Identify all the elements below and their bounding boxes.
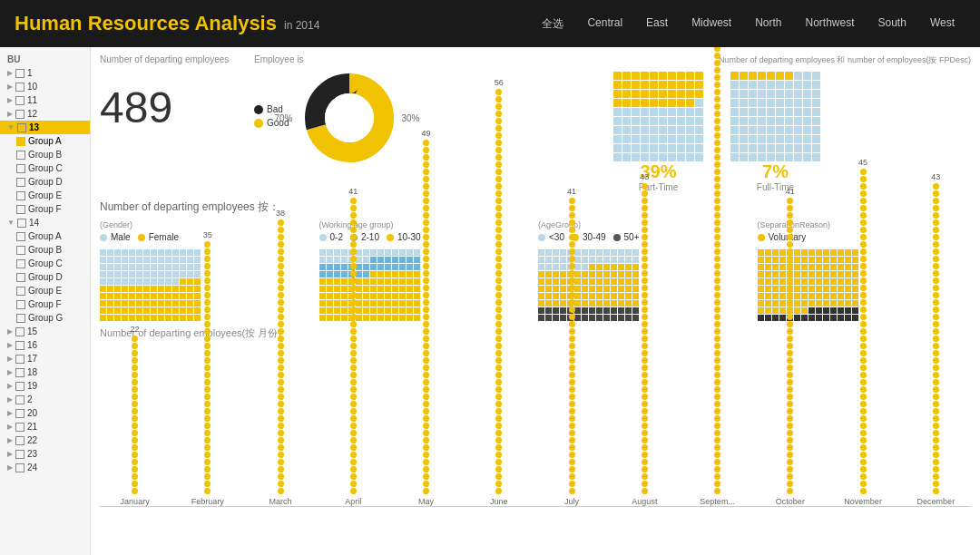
checkbox-13-gf[interactable] — [16, 205, 25, 214]
donut-chart: 70% 30% — [299, 68, 399, 168]
sidebar-item-14-ge[interactable]: Group E — [0, 284, 90, 297]
checkbox-20[interactable] — [15, 409, 24, 418]
checkbox-1[interactable] — [15, 69, 24, 78]
checkbox-17[interactable] — [15, 355, 24, 364]
sidebar-item-13-gc[interactable]: Group C — [0, 161, 90, 175]
main-content: BU ▶1▶10▶11▶12▼13Group AGroup BGroup CGr… — [0, 47, 980, 555]
sidebar-item-14-gd[interactable]: Group D — [0, 270, 90, 284]
sidebar-item-13-gb[interactable]: Group B — [0, 148, 90, 161]
checkbox-13-ge[interactable] — [16, 191, 25, 200]
sidebar-item-24[interactable]: ▶24 — [0, 461, 90, 474]
checkbox-14-gg[interactable] — [16, 314, 25, 323]
sidebar-item-11[interactable]: ▶11 — [0, 93, 90, 107]
sidebar-item-14[interactable]: ▼14 — [0, 216, 90, 229]
month-col-April: 41April — [318, 187, 388, 506]
nav-northwest[interactable]: Northwest — [794, 11, 865, 37]
checkbox-16[interactable] — [15, 341, 24, 350]
sidebar-item-13-gf[interactable]: Group F — [0, 202, 90, 216]
sidebar-item-1[interactable]: ▶1 — [0, 66, 90, 80]
checkbox-14[interactable] — [17, 219, 26, 228]
sidebar-item-14-gf[interactable]: Group F — [0, 297, 90, 311]
nav-west[interactable]: West — [919, 11, 965, 37]
departing-label: Number of departing employees — [100, 54, 245, 64]
sidebar-item-21[interactable]: ▶21 — [0, 420, 90, 433]
sidebar-item-19[interactable]: ▶19 — [0, 379, 90, 393]
checkbox-18[interactable] — [15, 368, 24, 377]
nav-all[interactable]: 全选 — [531, 11, 574, 37]
main-area: Number of departing employees 489 Employ… — [91, 47, 980, 555]
month-col-March: 38March — [246, 209, 316, 506]
header: Human Resources Analysis in 2014 全选 Cent… — [0, 0, 980, 47]
checkbox-11[interactable] — [15, 96, 24, 105]
male-dot — [100, 234, 107, 241]
female-dot — [138, 234, 145, 241]
sidebar-item-10[interactable]: ▶10 — [0, 80, 90, 93]
month-col-June: 56June — [464, 78, 534, 506]
nav-south[interactable]: South — [867, 11, 917, 37]
bu-label: BU — [0, 51, 90, 66]
checkbox-14-ge[interactable] — [16, 287, 25, 296]
sidebar-item-23[interactable]: ▶23 — [0, 447, 90, 461]
nav-north[interactable]: North — [744, 11, 792, 37]
sidebar-item-14-gb[interactable]: Group B — [0, 243, 90, 257]
checkbox-14-gc[interactable] — [16, 259, 25, 268]
checkbox-23[interactable] — [15, 450, 24, 459]
checkbox-19[interactable] — [15, 382, 24, 391]
month-col-January: 22January — [100, 325, 170, 506]
nav-central[interactable]: Central — [576, 11, 633, 37]
monthly-dot-chart: 22January35February38March41April49May56… — [100, 344, 971, 507]
month-col-October: 41October — [755, 187, 825, 506]
sidebar-item-13[interactable]: ▼13 — [0, 121, 90, 134]
checkbox-10[interactable] — [15, 83, 24, 92]
month-col-Septem...: 70Septem... — [682, 47, 752, 506]
sidebar-item-13-ge[interactable]: Group E — [0, 189, 90, 202]
month-col-July: 41July — [537, 187, 607, 506]
nav-east[interactable]: East — [635, 11, 679, 37]
month-col-February: 35February — [172, 230, 242, 506]
checkbox-14-gd[interactable] — [16, 273, 25, 282]
sidebar-item-14-gc[interactable]: Group C — [0, 257, 90, 270]
checkbox-13-gb[interactable] — [16, 151, 25, 160]
checkbox-24[interactable] — [15, 463, 24, 472]
month-col-November: 45November — [828, 158, 898, 506]
sidebar-item-14-ga[interactable]: Group A — [0, 229, 90, 243]
sidebar-item-12[interactable]: ▶12 — [0, 107, 90, 121]
sidebar-item-18[interactable]: ▶18 — [0, 365, 90, 379]
bad-dot — [254, 105, 263, 114]
sidebar-item-17[interactable]: ▶17 — [0, 352, 90, 365]
checkbox-13[interactable] — [17, 123, 26, 132]
checkbox-13-gc[interactable] — [16, 164, 25, 173]
departing-count-panel: Number of departing employees 489 — [100, 54, 245, 192]
checkbox-14-gf[interactable] — [16, 300, 25, 309]
departing-count: 489 — [100, 68, 245, 132]
sidebar-item-16[interactable]: ▶16 — [0, 338, 90, 352]
checkbox-15[interactable] — [15, 327, 24, 336]
sidebar-item-20[interactable]: ▶20 — [0, 406, 90, 420]
checkbox-22[interactable] — [15, 436, 24, 445]
good-pct: 70% — [274, 113, 292, 123]
monthly-chart-panel: Number of departing employees(按 月份) 22Ja… — [100, 326, 971, 507]
sidebar-item-2[interactable]: ▶2 — [0, 393, 90, 406]
checkbox-13-ga[interactable] — [16, 137, 25, 146]
checkbox-14-ga[interactable] — [16, 232, 25, 241]
male-label: Male — [111, 232, 131, 242]
sidebar-item-14-gg[interactable]: Group G — [0, 311, 90, 325]
month-col-May: 49May — [391, 129, 461, 506]
page-subtitle: in 2014 — [284, 19, 319, 32]
region-nav: 全选 Central East Midwest North Northwest … — [531, 11, 965, 37]
checkbox-2[interactable] — [15, 395, 24, 404]
sidebar: BU ▶1▶10▶11▶12▼13Group AGroup BGroup CGr… — [0, 47, 91, 555]
month-col-August: 43August — [610, 172, 680, 506]
checkbox-12[interactable] — [15, 110, 24, 119]
checkbox-13-gd[interactable] — [16, 178, 25, 187]
sidebar-item-13-ga[interactable]: Group A — [0, 134, 90, 148]
good-dot — [254, 119, 263, 128]
sidebar-item-13-gd[interactable]: Group D — [0, 175, 90, 189]
checkbox-14-gb[interactable] — [16, 246, 25, 255]
bad-pct: 30% — [401, 113, 419, 123]
nav-midwest[interactable]: Midwest — [681, 11, 742, 37]
checkbox-21[interactable] — [15, 423, 24, 432]
employee-quality-title: Employee is — [254, 54, 454, 64]
sidebar-item-15[interactable]: ▶15 — [0, 325, 90, 338]
sidebar-item-22[interactable]: ▶22 — [0, 433, 90, 447]
